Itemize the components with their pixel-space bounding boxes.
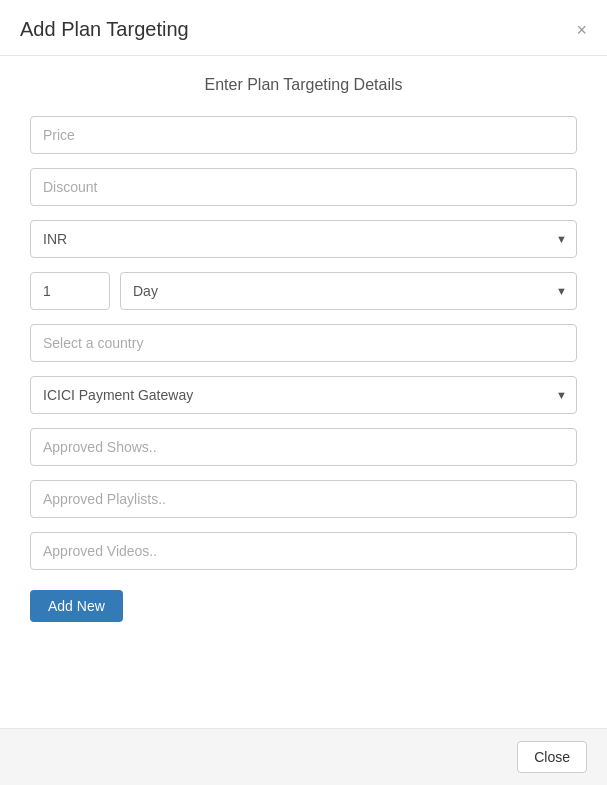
price-group <box>30 116 577 154</box>
currency-select-wrapper: INR USD EUR GBP <box>30 220 577 258</box>
approved-shows-input[interactable] <box>30 428 577 466</box>
discount-group <box>30 168 577 206</box>
payment-gateway-select[interactable]: ICICI Payment Gateway PayPal Stripe <box>30 376 577 414</box>
discount-input[interactable] <box>30 168 577 206</box>
duration-group: Day Week Month Year <box>30 272 577 310</box>
payment-gateway-group: ICICI Payment Gateway PayPal Stripe <box>30 376 577 414</box>
add-new-button[interactable]: Add New <box>30 590 123 622</box>
approved-playlists-group <box>30 480 577 518</box>
payment-gateway-select-wrapper: ICICI Payment Gateway PayPal Stripe <box>30 376 577 414</box>
add-new-group: Add New <box>30 584 577 622</box>
currency-group: INR USD EUR GBP <box>30 220 577 258</box>
modal-footer: Close <box>0 728 607 785</box>
approved-videos-group <box>30 532 577 570</box>
modal-container: Add Plan Targeting × Enter Plan Targetin… <box>0 0 607 785</box>
modal-title: Add Plan Targeting <box>20 18 189 41</box>
country-group <box>30 324 577 362</box>
approved-videos-input[interactable] <box>30 532 577 570</box>
duration-unit-select-wrapper: Day Week Month Year <box>120 272 577 310</box>
close-button[interactable]: Close <box>517 741 587 773</box>
close-x-button[interactable]: × <box>576 21 587 39</box>
duration-number-input[interactable] <box>30 272 110 310</box>
currency-select[interactable]: INR USD EUR GBP <box>30 220 577 258</box>
price-input[interactable] <box>30 116 577 154</box>
modal-body: Enter Plan Targeting Details INR USD EUR… <box>0 56 607 728</box>
section-title: Enter Plan Targeting Details <box>30 76 577 94</box>
approved-shows-group <box>30 428 577 466</box>
duration-unit-select[interactable]: Day Week Month Year <box>120 272 577 310</box>
country-input[interactable] <box>30 324 577 362</box>
approved-playlists-input[interactable] <box>30 480 577 518</box>
modal-header: Add Plan Targeting × <box>0 0 607 56</box>
